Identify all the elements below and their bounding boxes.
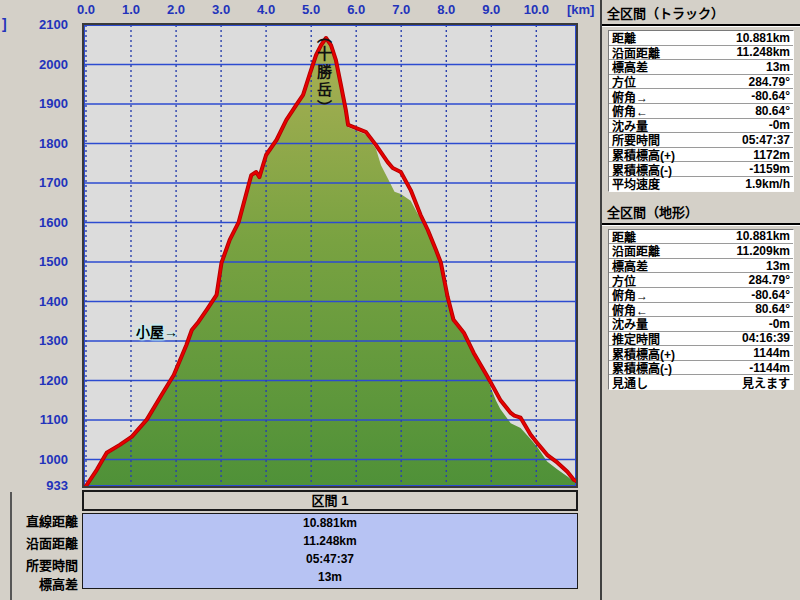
stat-value: 10.881km (736, 229, 790, 243)
bottom-row-label: 直線距離 (0, 514, 78, 530)
elevation-chart-canvas[interactable]: 小屋→ （十勝岳） (82, 23, 578, 488)
x-tick-label: 1.0 (109, 2, 153, 17)
stat-value: 80.64° (755, 104, 790, 118)
x-tick-label: 8.0 (424, 2, 468, 17)
y-tick-label: 933 (14, 478, 68, 493)
y-tick-label: 1600 (14, 215, 68, 230)
stat-value: -0m (769, 118, 790, 132)
y-tick-label: 1800 (14, 136, 68, 151)
stat-value: 05:47:37 (742, 133, 790, 147)
stat-value: 284.79° (748, 75, 790, 89)
y-tick-label: 1200 (14, 373, 68, 388)
stat-value: 80.64° (755, 302, 790, 316)
section-value: 05:47:37 (83, 550, 577, 568)
elevation-profile-window: ] [km] 0.01.02.03.04.05.06.07.08.09.010.… (0, 0, 800, 600)
peak-annotation: （十勝岳） (315, 28, 331, 118)
stat-row: 平均速度1.9km/h (609, 177, 793, 191)
stat-label: 見通し (612, 374, 648, 391)
stat-value: 10.881km (736, 31, 790, 45)
section-value: 10.881km (83, 514, 577, 532)
stat-value: 1172m (753, 148, 790, 162)
x-tick-label: 3.0 (199, 2, 243, 17)
stat-value: 13m (766, 60, 790, 74)
x-tick-label: 7.0 (379, 2, 423, 17)
section-value: 13m (83, 568, 577, 586)
y-axis-unit-label: ] (2, 16, 7, 32)
y-tick-label: 1100 (14, 412, 68, 427)
stat-value: -1144m (749, 361, 790, 375)
y-tick-label: 1300 (14, 333, 68, 348)
y-tick-label: 2100 (14, 17, 68, 32)
x-tick-label: 10.0 (514, 2, 558, 17)
stat-row: 見通し見えます (609, 375, 793, 389)
stat-value: 11.209km (737, 244, 790, 258)
section-values-table: 10.881km11.248km05:47:3713m (82, 513, 578, 589)
y-tick-label: 1900 (14, 96, 68, 111)
stat-value: -80.64° (751, 89, 790, 103)
y-tick-label: 1700 (14, 175, 68, 190)
section-value: 11.248km (83, 532, 577, 550)
section-header: 区間 1 (82, 490, 578, 511)
y-tick-label: 2000 (14, 57, 68, 72)
x-tick-label: 9.0 (469, 2, 513, 17)
stat-value: 13m (766, 259, 790, 273)
stat-value: 11.248km (737, 45, 790, 59)
track-stats-table: 距離10.881km沿面距離11.248km標高差13m方位284.79°俯角→… (608, 30, 794, 192)
y-tick-label: 1500 (14, 254, 68, 269)
x-tick-label: 5.0 (289, 2, 333, 17)
stat-row: 標高差13m (609, 259, 793, 274)
x-axis-unit-label: [km] (567, 2, 594, 17)
stat-label: 平均速度 (612, 175, 660, 192)
x-tick-label: 2.0 (154, 2, 198, 17)
stat-value: 見えます (742, 374, 790, 391)
x-tick-label: 4.0 (244, 2, 288, 17)
stat-value: 284.79° (748, 273, 790, 287)
track-stats-title: 全区間（トラック） (602, 0, 800, 26)
hut-annotation: 小屋→ (136, 321, 178, 341)
terrain-stats-table: 距離10.881km沿面距離11.209km標高差13m方位284.79°俯角→… (608, 229, 794, 391)
y-tick-label: 1000 (14, 452, 68, 467)
y-tick-label: 1400 (14, 294, 68, 309)
bottom-row-label: 所要時間 (0, 558, 78, 574)
stat-value: -80.64° (751, 288, 790, 302)
stat-value: 04:16:39 (742, 331, 790, 345)
stat-value: -0m (769, 317, 790, 331)
bottom-row-label: 標高差 (0, 577, 78, 593)
stat-value: -1159m (749, 162, 790, 176)
x-tick-label: 6.0 (334, 2, 378, 17)
terrain-stats-title: 全区間（地形） (602, 199, 800, 225)
bottom-row-label: 沿面距離 (0, 536, 78, 552)
statistics-panel: 全区間（トラック） 距離10.881km沿面距離11.248km標高差13m方位… (600, 0, 800, 600)
x-tick-label: 0.0 (64, 2, 108, 17)
stat-row: 標高差13m (609, 60, 793, 75)
stat-value: 1144m (753, 346, 790, 360)
stat-value: 1.9km/h (745, 177, 790, 191)
